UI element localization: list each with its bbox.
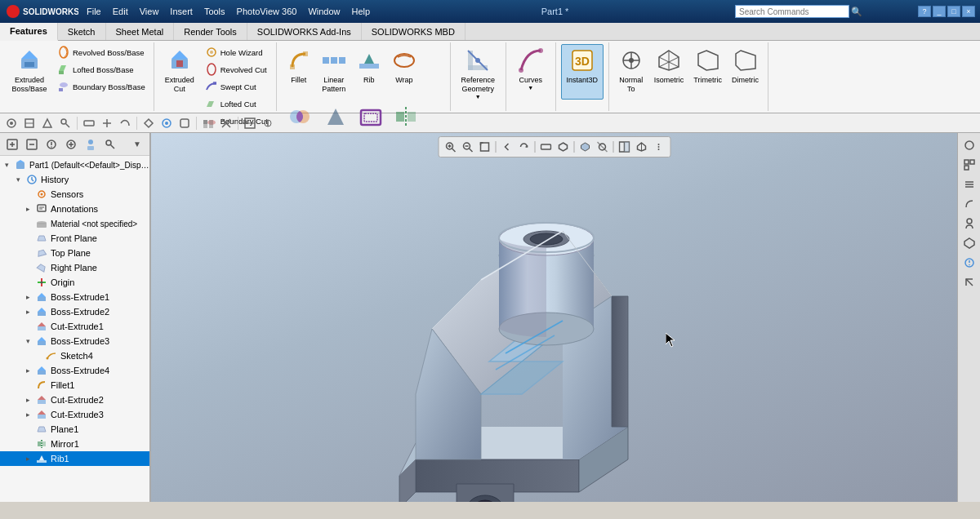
- curves-button[interactable]: Curves ▼: [511, 44, 550, 100]
- svg-point-88: [106, 140, 111, 145]
- toolbar-btn-8[interactable]: [140, 115, 157, 131]
- linear-pattern-button[interactable]: LinearPattern: [317, 44, 351, 100]
- toolbar-btn-6[interactable]: [99, 115, 115, 131]
- tab-sheet-metal[interactable]: Sheet Metal: [106, 23, 175, 40]
- vp-view-orientation-btn[interactable]: [633, 139, 649, 155]
- tree-plane1[interactable]: Plane1: [0, 422, 149, 437]
- toolbar-btn-2[interactable]: [21, 115, 38, 131]
- vp-sep-4: [612, 141, 613, 153]
- tree-origin[interactable]: Origin: [0, 275, 149, 290]
- vp-hide-show-btn[interactable]: [594, 139, 610, 155]
- tree-right-plane[interactable]: Right Plane: [0, 260, 149, 275]
- toolbar-btn-13[interactable]: [242, 115, 258, 131]
- reference-geometry-button[interactable]: ReferenceGeometry ▼: [456, 44, 501, 100]
- toolbar-btn-4[interactable]: [57, 115, 74, 131]
- vp-zoom-fit-btn[interactable]: [476, 139, 492, 155]
- help-btn[interactable]: ?: [918, 6, 931, 17]
- trimetric-button[interactable]: Trimetric: [689, 44, 726, 100]
- search-input[interactable]: [735, 5, 849, 18]
- tab-mbd[interactable]: SOLIDWORKS MBD: [362, 23, 466, 40]
- extruded-cut-button[interactable]: ExtrudedCut: [159, 44, 200, 100]
- feature-tree-tool-4[interactable]: [62, 135, 80, 153]
- tab-features[interactable]: Features: [0, 23, 58, 41]
- instant3d-button[interactable]: 3D Instant3D: [561, 44, 604, 100]
- tree-front-plane[interactable]: Front Plane: [0, 231, 149, 246]
- menu-window[interactable]: Window: [303, 5, 345, 18]
- tree-boss-extrude4[interactable]: ▸ Boss-Extrude4: [0, 363, 149, 378]
- tree-history[interactable]: ▾ History: [0, 172, 149, 187]
- tree-rib1[interactable]: ▸ Rib1: [0, 451, 149, 466]
- tab-addins[interactable]: SOLIDWORKS Add-Ins: [247, 23, 362, 40]
- fillet-button[interactable]: Fillet: [282, 44, 316, 100]
- vp-prev-view-btn[interactable]: [498, 139, 514, 155]
- vp-more-btn[interactable]: [650, 139, 666, 155]
- revolved-boss-base-button[interactable]: Revolved Boss/Base: [54, 44, 149, 60]
- tree-root[interactable]: ▾ Part1 (Default<<Default>_Display: [0, 157, 149, 172]
- toolbar-btn-10[interactable]: [176, 115, 193, 131]
- revolved-cut-button[interactable]: Revolved Cut: [202, 61, 271, 78]
- viewport[interactable]: [151, 133, 957, 502]
- toolbar-btn-14[interactable]: [260, 115, 276, 131]
- tree-mirror1[interactable]: Mirror1: [0, 437, 149, 451]
- feature-tree-tool-2[interactable]: [23, 135, 41, 153]
- menu-file[interactable]: File: [82, 5, 106, 18]
- normal-to-button[interactable]: NormalTo: [614, 44, 648, 100]
- menu-photoview[interactable]: PhotoView 360: [232, 5, 302, 18]
- menu-view[interactable]: View: [135, 5, 164, 18]
- tab-sketch[interactable]: Sketch: [58, 23, 106, 40]
- vp-zoom-out-btn[interactable]: [459, 139, 475, 155]
- maximize-btn[interactable]: □: [947, 6, 960, 17]
- feature-tree-tool-3[interactable]: [42, 135, 60, 153]
- feature-tree-tool-1[interactable]: [3, 135, 21, 153]
- vp-zoom-in-btn[interactable]: [442, 139, 458, 155]
- tree-boss-extrude3[interactable]: ▾ Boss-Extrude3: [0, 334, 149, 348]
- tree-annotations[interactable]: ▸ Annotations: [0, 202, 149, 216]
- feature-tree-tool-5[interactable]: [82, 135, 100, 153]
- hole-wizard-button[interactable]: Hole Wizard: [202, 44, 271, 60]
- svg-marker-116: [38, 366, 46, 370]
- feature-tree-panel: ▼ ▾ Part1 (Default<<Default>_Display ▾ H…: [0, 133, 151, 502]
- feature-tree-options[interactable]: ▼: [128, 135, 146, 153]
- toolbar-btn-5[interactable]: [81, 115, 97, 131]
- rib-button[interactable]: Rib: [352, 44, 386, 100]
- tree-fillet1[interactable]: Fillet1: [0, 378, 149, 393]
- fillet-icon: [286, 47, 312, 73]
- tab-render-tools[interactable]: Render Tools: [174, 23, 247, 40]
- vp-display-style-btn[interactable]: [577, 139, 593, 155]
- menu-help[interactable]: Help: [347, 5, 376, 18]
- tree-cut-extrude3[interactable]: ▸ Cut-Extrude3: [0, 407, 149, 422]
- lofted-cut-button[interactable]: Lofted Cut: [202, 95, 271, 112]
- toolbar-btn-11[interactable]: [200, 115, 216, 131]
- minimize-btn[interactable]: _: [933, 6, 946, 17]
- menu-edit[interactable]: Edit: [108, 5, 133, 18]
- tree-sketch4[interactable]: Sketch4: [0, 348, 149, 363]
- toolbar-btn-12[interactable]: [218, 115, 234, 131]
- feature-tree-tool-6[interactable]: [101, 135, 119, 153]
- menu-tools[interactable]: Tools: [199, 5, 230, 18]
- vp-rotate-btn[interactable]: [515, 139, 532, 155]
- toolbar-btn-7[interactable]: [117, 115, 133, 131]
- dimetric-button[interactable]: Dimetric: [728, 44, 763, 100]
- extruded-boss-base-button[interactable]: Extruded Boss/Base: [7, 44, 52, 100]
- toolbar-btn-9[interactable]: [158, 115, 175, 131]
- tree-material[interactable]: Material <not specified>: [0, 216, 149, 231]
- vp-filter-faces-btn[interactable]: [555, 139, 571, 155]
- cut-small-col: Hole Wizard Revolved Cut Swept Cut: [202, 44, 271, 100]
- tree-boss-extrude1[interactable]: ▸ Boss-Extrude1: [0, 290, 149, 304]
- tree-sensors[interactable]: Sensors: [0, 187, 149, 202]
- tree-top-plane[interactable]: Top Plane: [0, 246, 149, 260]
- lofted-boss-base-button[interactable]: Lofted Boss/Base: [54, 61, 149, 78]
- toolbar-btn-3[interactable]: [39, 115, 56, 131]
- vp-section-view-btn[interactable]: [616, 139, 632, 155]
- toolbar-btn-1[interactable]: [3, 115, 20, 131]
- swept-cut-button[interactable]: Swept Cut: [202, 78, 271, 95]
- boundary-boss-base-button[interactable]: Boundary Boss/Base: [54, 78, 149, 95]
- menu-insert[interactable]: Insert: [165, 5, 198, 18]
- vp-filter-edges-btn[interactable]: [537, 139, 554, 155]
- close-btn[interactable]: ×: [962, 6, 975, 17]
- tree-cut-extrude1[interactable]: Cut-Extrude1: [0, 319, 149, 334]
- tree-boss-extrude2[interactable]: ▸ Boss-Extrude2: [0, 304, 149, 319]
- wrap-button[interactable]: Wrap: [387, 44, 421, 100]
- isometric-button[interactable]: Isometric: [650, 44, 688, 100]
- tree-cut-extrude2[interactable]: ▸ Cut-Extrude2: [0, 393, 149, 407]
